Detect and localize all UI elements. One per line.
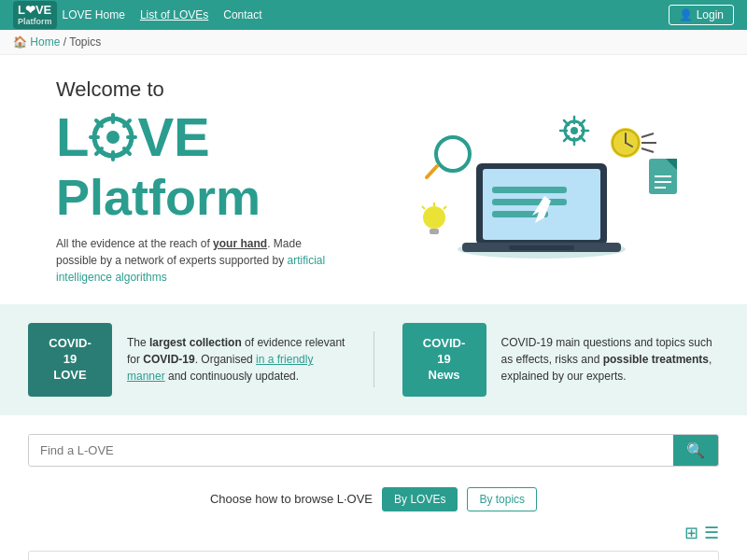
by-topics-button[interactable]: By topics <box>467 487 537 511</box>
svg-point-38 <box>423 206 445 229</box>
list-section: Abortion Acromegaly <box>0 547 747 560</box>
svg-line-30 <box>564 136 569 141</box>
platform-word: Platform <box>56 168 336 226</box>
browse-row: Choose how to browse L·OVE By LOVEs By t… <box>0 476 747 519</box>
by-loves-button[interactable]: By LOVEs <box>382 487 458 511</box>
welcome-text: Welcome to <box>56 77 336 102</box>
title-l: L <box>56 105 89 168</box>
view-row: ⊞ ☰ <box>0 519 747 547</box>
breadcrumb-home-link[interactable]: Home <box>30 35 60 49</box>
covid19-news-button[interactable]: COVID-19 News <box>402 323 486 397</box>
login-button[interactable]: 👤 Login <box>669 5 734 25</box>
nav-link-contact[interactable]: Contact <box>223 8 261 21</box>
covid19-love-button[interactable]: COVID-19 LOVE <box>28 323 112 397</box>
search-button[interactable]: 🔍 <box>673 435 718 466</box>
hero-section: Welcome to L VE Platform All the evidenc… <box>0 55 747 304</box>
hero-svg <box>378 98 696 266</box>
svg-line-20 <box>427 166 437 177</box>
list-view-icon[interactable]: ☰ <box>704 523 719 543</box>
breadcrumb-current: Topics <box>69 35 101 49</box>
banner-divider <box>374 331 374 387</box>
banner-card-right: COVID-19 News COVID-19 main questions an… <box>402 323 720 397</box>
title-ve: VE <box>137 105 209 168</box>
login-label: Login <box>697 8 724 21</box>
nav-logo: L❤VE Platform LOVE Home List of LOVEs Co… <box>13 1 262 29</box>
svg-line-37 <box>641 148 654 152</box>
svg-line-28 <box>580 136 585 141</box>
svg-point-22 <box>571 127 578 134</box>
svg-rect-18 <box>509 245 574 250</box>
user-icon: 👤 <box>679 8 693 21</box>
banner-text-left: The largest collection of evidence relev… <box>127 334 345 385</box>
nav-link-loves[interactable]: List of LOVEs <box>140 8 208 21</box>
search-bar: 🔍 <box>28 434 719 467</box>
nav-bar: L❤VE Platform LOVE Home List of LOVEs Co… <box>0 0 747 30</box>
svg-line-35 <box>641 133 654 137</box>
logo-box: L❤VE Platform <box>13 1 57 29</box>
svg-point-19 <box>436 137 470 171</box>
banner-section: COVID-19 LOVE The largest collection of … <box>0 304 747 415</box>
list-item[interactable]: Abortion <box>28 551 719 560</box>
svg-line-29 <box>580 120 585 125</box>
svg-line-42 <box>444 206 446 209</box>
svg-rect-14 <box>492 199 567 205</box>
hero-text: Welcome to L VE Platform All the evidenc… <box>56 77 336 286</box>
svg-rect-39 <box>430 229 439 234</box>
svg-point-1 <box>106 131 120 144</box>
ai-link[interactable]: artificial intelligence algorithms <box>56 254 325 284</box>
banner-text-right: COVID-19 main questions and topics such … <box>501 334 720 385</box>
svg-line-41 <box>422 206 425 209</box>
hero-illustration <box>355 98 719 266</box>
grid-view-icon[interactable]: ⊞ <box>684 523 698 543</box>
breadcrumb: 🏠 Home / Topics <box>0 30 747 55</box>
svg-rect-13 <box>492 187 567 193</box>
svg-line-27 <box>564 120 569 125</box>
logo-sub: Platform <box>18 17 52 27</box>
nav-link-home[interactable]: LOVE Home <box>63 8 125 21</box>
browse-label: Choose how to browse L·OVE <box>210 492 373 506</box>
search-section: 🔍 <box>0 415 747 476</box>
love-o-gear-icon <box>89 113 137 161</box>
banner-card-left: COVID-19 LOVE The largest collection of … <box>28 323 345 397</box>
breadcrumb-home-icon: 🏠 <box>13 35 27 49</box>
nav-links: LOVE Home List of LOVEs Contact <box>63 8 262 21</box>
logo-main: L❤VE <box>18 3 52 18</box>
hero-description: All the evidence at the reach of your ha… <box>56 235 336 286</box>
search-input[interactable] <box>29 435 673 466</box>
